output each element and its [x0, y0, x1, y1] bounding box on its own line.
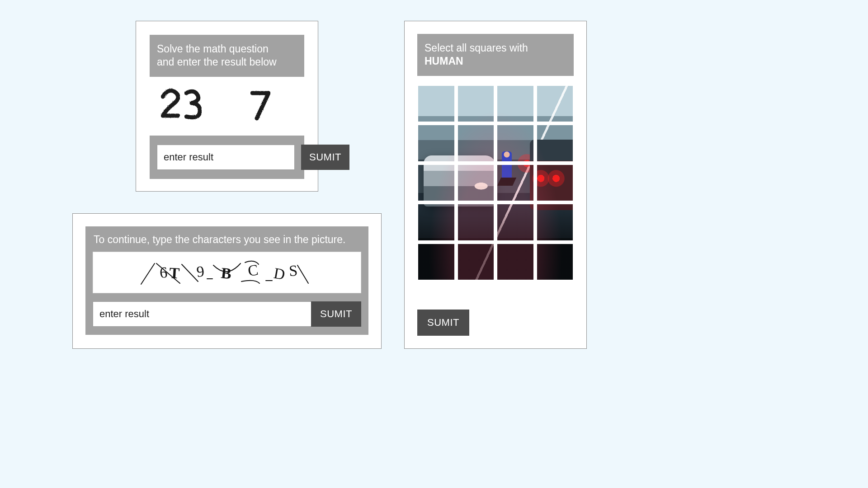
svg-text:6: 6 — [159, 264, 168, 281]
image-grid-area — [417, 85, 574, 281]
image-grid-tile[interactable] — [457, 85, 495, 123]
image-submit-button[interactable]: SUMIT — [417, 310, 469, 336]
math-input-row: SUMIT — [150, 136, 304, 179]
image-grid-tile[interactable] — [417, 243, 455, 281]
svg-text:S: S — [288, 262, 298, 279]
image-grid-tile[interactable] — [417, 85, 455, 123]
text-captcha-header: To continue, type the characters you see… — [85, 226, 368, 251]
image-grid-tile[interactable] — [496, 85, 534, 123]
image-grid-tile[interactable] — [457, 164, 495, 202]
image-captcha-header: Select all squares with HUMAN — [417, 34, 574, 76]
image-grid-tile[interactable] — [457, 203, 495, 241]
text-captcha-svg: 6 T 9 B C D S — [137, 255, 317, 290]
text-challenge-image: 6 T 9 B C D S — [93, 252, 361, 293]
math-captcha-box: Solve the math question and enter the re… — [150, 35, 304, 179]
math-result-input[interactable] — [157, 145, 295, 170]
image-grid-tile[interactable] — [417, 124, 455, 162]
image-grid-overlay — [417, 85, 574, 281]
math-captcha-header: Solve the math question and enter the re… — [150, 35, 304, 77]
image-captcha-box: Select all squares with HUMAN — [417, 34, 574, 76]
image-grid-tile[interactable] — [536, 203, 574, 241]
image-captcha-panel: Select all squares with HUMAN SUMIT — [404, 21, 587, 349]
svg-text:B: B — [220, 264, 232, 282]
image-grid-tile[interactable] — [417, 203, 455, 241]
text-captcha-panel: To continue, type the characters you see… — [72, 213, 382, 349]
math-captcha-panel: Solve the math question and enter the re… — [136, 21, 318, 192]
image-target-word: HUMAN — [425, 55, 463, 67]
text-input-row: SUMIT — [85, 293, 368, 335]
math-header-line2: and enter the result below — [157, 56, 297, 69]
svg-text:C: C — [247, 261, 259, 279]
image-grid-tile[interactable] — [496, 243, 534, 281]
math-header-line1: Solve the math question — [157, 42, 297, 56]
image-submit-row: SUMIT — [417, 299, 574, 336]
math-submit-button[interactable]: SUMIT — [301, 145, 349, 170]
image-grid-tile[interactable] — [457, 243, 495, 281]
image-grid-tile[interactable] — [536, 164, 574, 202]
svg-text:D: D — [273, 264, 287, 283]
math-challenge-image — [150, 77, 304, 136]
text-result-input[interactable] — [93, 301, 311, 327]
image-grid-tile[interactable] — [536, 85, 574, 123]
text-captcha-box: To continue, type the characters you see… — [85, 226, 368, 335]
image-grid-tile[interactable] — [496, 203, 534, 241]
image-grid-tile[interactable] — [536, 124, 574, 162]
image-header-prefix: Select all squares with — [425, 42, 528, 54]
image-grid-tile[interactable] — [496, 124, 534, 162]
image-grid-tile[interactable] — [536, 243, 574, 281]
math-expression-svg — [155, 81, 299, 131]
image-grid-tile[interactable] — [496, 164, 534, 202]
svg-text:9: 9 — [196, 263, 205, 280]
image-grid-tile[interactable] — [457, 124, 495, 162]
text-submit-button[interactable]: SUMIT — [311, 301, 361, 327]
image-grid-tile[interactable] — [417, 164, 455, 202]
svg-text:T: T — [169, 264, 180, 282]
